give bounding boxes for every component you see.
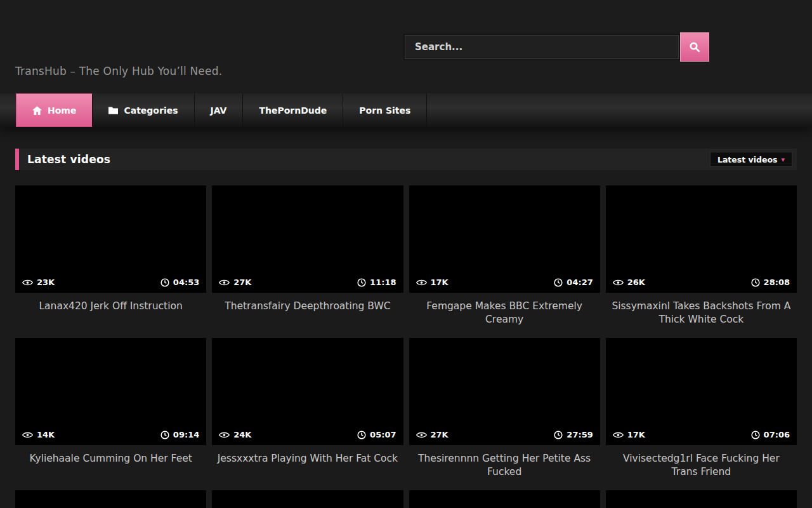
clock-icon (357, 278, 366, 287)
duration-value: 11:18 (370, 277, 396, 287)
video-thumbnail[interactable]: 26K 28:08 (606, 185, 797, 293)
nav-item-porn-sites[interactable]: Porn Sites (343, 93, 427, 127)
video-title[interactable]: Vivisectedg1rl Face Fucking Her Trans Fr… (606, 445, 797, 479)
eye-icon (613, 279, 624, 286)
video-thumbnail[interactable] (15, 490, 206, 508)
video-title[interactable]: Thesirennnn Getting Her Petite Ass Fucke… (409, 445, 600, 479)
video-card[interactable] (606, 490, 797, 508)
duration: 05:07 (357, 430, 396, 439)
nav-item-categories[interactable]: Categories (93, 93, 194, 127)
video-title[interactable]: Lanax420 Jerk Off Instruction (15, 293, 206, 313)
duration: 04:27 (554, 277, 593, 287)
nav-label: Home (48, 105, 76, 116)
nav-label: Categories (124, 105, 178, 116)
duration-value: 05:07 (370, 430, 396, 439)
nav-label: Porn Sites (359, 105, 410, 116)
video-thumbnail[interactable]: 27K 11:18 (212, 185, 403, 293)
video-thumbnail[interactable] (606, 490, 797, 508)
video-card[interactable]: 17K 07:06 Vivisectedg1rl Face Fucking He… (606, 338, 797, 490)
caret-down-icon: ▾ (781, 156, 785, 163)
video-title[interactable]: Thetransfairy Deepthroating BWC (212, 293, 403, 313)
duration: 04:53 (160, 277, 199, 287)
video-stats: 26K 28:08 (606, 272, 797, 293)
view-count: 23K (37, 277, 55, 287)
video-card[interactable] (15, 490, 206, 508)
video-card[interactable]: 26K 28:08 Sissymaxinl Takes Backshots Fr… (606, 185, 797, 338)
site-tagline: TransHub – The Only Hub You’ll Need. (15, 65, 222, 77)
views: 14K (22, 430, 55, 439)
duration-value: 07:06 (764, 430, 790, 439)
view-count: 14K (37, 430, 55, 439)
nav-item-home[interactable]: Home (16, 93, 93, 127)
video-stats: 24K 05:07 (212, 424, 403, 445)
clock-icon (751, 431, 760, 439)
views: 26K (613, 277, 645, 287)
search-input[interactable] (405, 35, 679, 59)
duration: 07:06 (751, 430, 790, 439)
video-thumbnail[interactable]: 17K 07:06 (606, 338, 797, 445)
video-card[interactable]: 27K 11:18 Thetransfairy Deepthroating BW… (212, 185, 403, 338)
duration: 11:18 (357, 277, 396, 287)
search-button[interactable] (680, 32, 709, 62)
video-card[interactable] (212, 490, 403, 508)
clock-icon (357, 431, 366, 439)
section-title: Latest videos (27, 153, 110, 166)
video-title[interactable]: Jessxxxtra Playing With Her Fat Cock (212, 445, 403, 465)
video-card[interactable]: 27K 27:59 Thesirennnn Getting Her Petite… (409, 338, 600, 490)
sort-dropdown-button[interactable]: Latest videos ▾ (710, 152, 792, 167)
video-thumbnail[interactable]: 14K 09:14 (15, 338, 206, 445)
duration: 27:59 (554, 430, 593, 439)
eye-icon (613, 431, 624, 439)
view-count: 27K (233, 277, 251, 287)
eye-icon (416, 279, 427, 286)
eye-icon (22, 431, 33, 439)
eye-icon (416, 431, 427, 439)
home-icon (32, 106, 42, 115)
video-card[interactable]: 14K 09:14 Kyliehaale Cumming On Her Feet (15, 338, 206, 490)
views: 24K (219, 430, 251, 439)
views: 27K (416, 430, 449, 439)
video-thumbnail[interactable]: 23K 04:53 (15, 185, 206, 293)
video-thumbnail[interactable] (409, 490, 600, 508)
duration-value: 28:08 (764, 277, 790, 287)
video-stats: 27K 27:59 (409, 424, 600, 445)
video-stats: 23K 04:53 (15, 272, 206, 293)
eye-icon (22, 279, 33, 286)
video-grid: 23K 04:53 Lanax420 Jerk Off Instruction … (15, 185, 797, 508)
video-thumbnail[interactable] (212, 490, 403, 508)
view-count: 27K (431, 430, 449, 439)
views: 17K (613, 430, 645, 439)
site-header: TransHub – The Only Hub You’ll Need. (0, 0, 812, 93)
nav-label: JAV (211, 105, 227, 116)
video-title[interactable]: Sissymaxinl Takes Backshots From A Thick… (606, 293, 797, 326)
search-icon (689, 41, 700, 53)
video-card[interactable]: 17K 04:27 Femgape Makes BBC Extremely Cr… (409, 185, 600, 338)
duration-value: 09:14 (173, 430, 199, 439)
video-title[interactable]: Kyliehaale Cumming On Her Feet (15, 445, 206, 465)
video-thumbnail[interactable]: 27K 27:59 (409, 338, 600, 445)
view-count: 26K (627, 277, 645, 287)
video-stats: 17K 07:06 (606, 424, 797, 445)
nav-item-theporndude[interactable]: ThePornDude (243, 93, 343, 127)
search-form (405, 32, 709, 62)
section-header: Latest videos Latest videos ▾ (15, 149, 797, 170)
views: 23K (22, 277, 55, 287)
views: 17K (416, 277, 449, 287)
clock-icon (554, 431, 563, 439)
duration: 28:08 (751, 277, 790, 287)
main-nav: Home Categories JAV ThePornDude Porn Sit… (0, 93, 812, 127)
duration-value: 04:27 (566, 277, 593, 287)
video-thumbnail[interactable]: 24K 05:07 (212, 338, 403, 445)
video-title[interactable]: Femgape Makes BBC Extremely Creamy (409, 293, 600, 326)
video-card[interactable] (409, 490, 600, 508)
nav-item-jav[interactable]: JAV (195, 93, 244, 127)
video-card[interactable]: 23K 04:53 Lanax420 Jerk Off Instruction (15, 185, 206, 338)
sort-dropdown-label: Latest videos (717, 155, 778, 164)
duration-value: 04:53 (173, 277, 199, 287)
video-card[interactable]: 24K 05:07 Jessxxxtra Playing With Her Fa… (212, 338, 403, 490)
video-stats: 17K 04:27 (409, 272, 600, 293)
video-thumbnail[interactable]: 17K 04:27 (409, 185, 600, 293)
nav-label: ThePornDude (259, 105, 327, 116)
view-count: 17K (627, 430, 645, 439)
view-count: 24K (233, 430, 251, 439)
